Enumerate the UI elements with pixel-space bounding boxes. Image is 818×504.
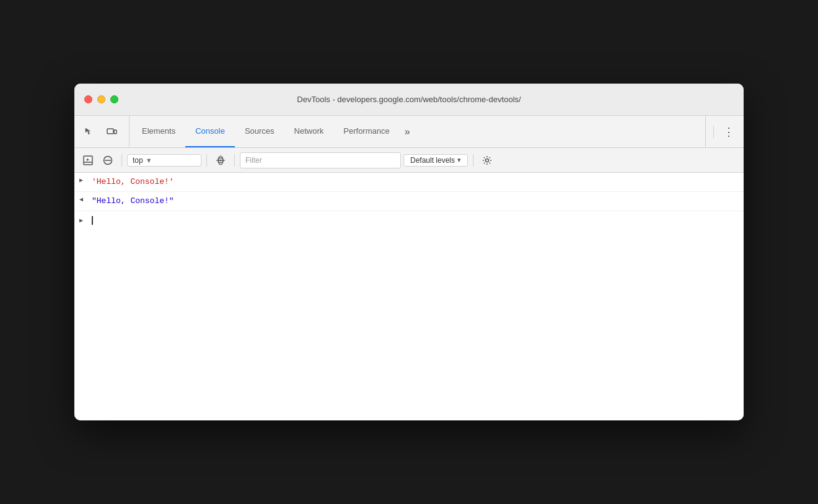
- live-expressions-button[interactable]: [212, 152, 229, 169]
- show-drawer-button[interactable]: [79, 152, 97, 169]
- svg-rect-1: [114, 130, 117, 134]
- console-log-text-1: 'Hello, Console!': [89, 175, 739, 189]
- devtools-window: DevTools - developers.google.com/web/too…: [74, 84, 744, 420]
- customize-devtools-button[interactable]: ⋮: [719, 122, 739, 142]
- filter-input[interactable]: [240, 152, 401, 168]
- tab-bar-right: ⋮: [705, 116, 739, 147]
- context-selector[interactable]: top ▼: [127, 154, 201, 167]
- traffic-lights: [84, 95, 118, 103]
- svg-rect-0: [107, 129, 113, 134]
- console-settings-button[interactable]: [478, 152, 496, 169]
- toolbar-divider-1: [121, 154, 122, 167]
- console-log-row-1: ▶ 'Hello, Console!': [74, 173, 744, 192]
- inspect-element-button[interactable]: [79, 122, 99, 142]
- divider: [713, 126, 714, 138]
- toolbar-divider-3: [234, 154, 235, 167]
- console-log-text-2: "Hello, Console!": [89, 194, 739, 208]
- tab-bar: Elements Console Sources Network Perform…: [74, 116, 744, 148]
- clear-console-button[interactable]: [99, 152, 117, 169]
- console-input-row[interactable]: ▶: [74, 211, 744, 230]
- context-arrow: ▼: [146, 157, 152, 164]
- svg-marker-4: [87, 159, 89, 161]
- console-content: ▶ 'Hello, Console!' ◀ "Hello, Console!" …: [74, 173, 744, 420]
- tab-bar-tools: [79, 116, 130, 147]
- expand-arrow-2[interactable]: ◀: [79, 194, 89, 203]
- tab-sources[interactable]: Sources: [235, 116, 284, 147]
- svg-point-11: [486, 159, 489, 162]
- toolbar-divider-2: [206, 154, 207, 167]
- tab-network[interactable]: Network: [284, 116, 334, 147]
- input-prompt-arrow: ▶: [79, 217, 89, 224]
- device-toolbar-button[interactable]: [102, 122, 121, 142]
- maximize-button[interactable]: [110, 95, 118, 103]
- tab-console[interactable]: Console: [185, 116, 235, 147]
- console-toolbar: top ▼ Default levels ▾: [74, 148, 744, 173]
- console-log-row-2: ◀ "Hello, Console!": [74, 192, 744, 211]
- window-title: DevTools - developers.google.com/web/too…: [297, 95, 521, 104]
- console-cursor: [92, 216, 93, 225]
- minimize-button[interactable]: [97, 95, 105, 103]
- tab-performance[interactable]: Performance: [333, 116, 399, 147]
- close-button[interactable]: [84, 95, 92, 103]
- expand-arrow-1[interactable]: ▶: [79, 175, 89, 184]
- tab-elements[interactable]: Elements: [132, 116, 185, 147]
- log-levels-button[interactable]: Default levels ▾: [403, 154, 468, 167]
- toolbar-divider-4: [473, 154, 473, 167]
- levels-arrow: ▾: [457, 156, 461, 164]
- title-bar: DevTools - developers.google.com/web/too…: [74, 84, 744, 116]
- more-tabs-button[interactable]: »: [400, 116, 415, 147]
